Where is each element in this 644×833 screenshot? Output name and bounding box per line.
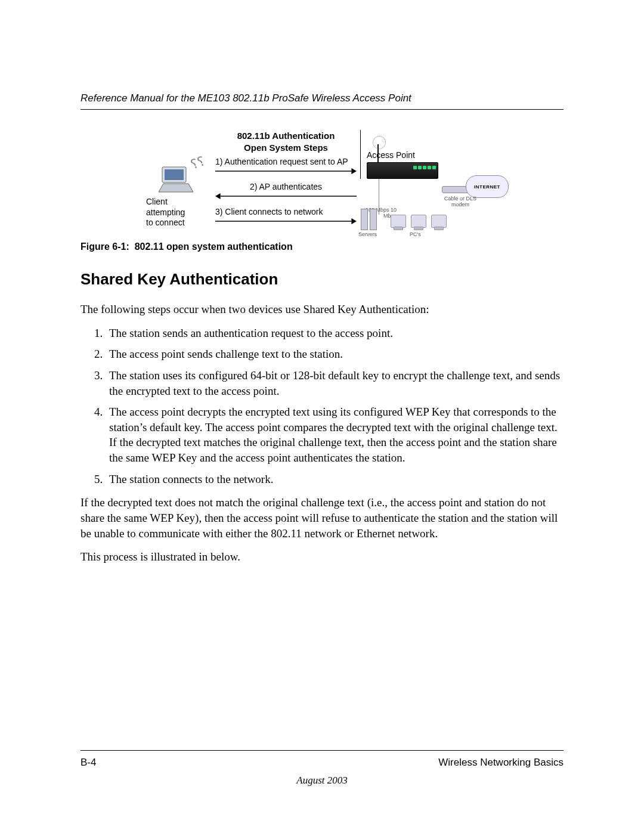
list-item: The station uses its configured 64-bit o… xyxy=(106,368,564,398)
figure-step-3: 3) Client connects to network xyxy=(215,207,357,216)
footer-rule xyxy=(80,750,564,751)
arrow-right-icon xyxy=(215,218,357,225)
list-item: The station connects to the network. xyxy=(106,472,564,487)
footer: B-4 Wireless Networking Basics xyxy=(80,757,564,769)
intro-paragraph: The following steps occur when two devic… xyxy=(80,302,564,317)
pcs-icon xyxy=(391,215,447,228)
arrow-right-icon xyxy=(215,168,357,175)
running-header: Reference Manual for the ME103 802.11b P… xyxy=(80,92,564,110)
figure-title-line1: 802.11b Authentication xyxy=(237,131,335,141)
figure-caption: Figure 6-1: 802.11 open system authentic… xyxy=(80,241,564,252)
footer-section-name: Wireless Networking Basics xyxy=(438,757,564,769)
figure-client-column: ⸮⸮ Client attempting to connect xyxy=(140,130,212,228)
router-icon xyxy=(367,162,438,179)
figure-network-column: Access Point INTERNET Cable or DLS modem… xyxy=(360,130,504,179)
list-item: The access point sends challenge text to… xyxy=(106,346,564,362)
page: Reference Manual for the ME103 802.11b P… xyxy=(0,0,644,833)
body-paragraph: If the decrypted text does not match the… xyxy=(80,495,564,541)
client-caption: Client attempting to connect xyxy=(134,197,218,228)
client-label-line3: to connect xyxy=(146,218,185,227)
client-label-line2: attempting xyxy=(146,208,185,217)
servers-label: Servers xyxy=(358,231,377,237)
svg-marker-2 xyxy=(159,184,193,192)
modem-label: Cable or DLS modem xyxy=(439,196,481,208)
figure-steps-column: 802.11b Authentication Open System Steps… xyxy=(212,130,360,231)
page-number: B-4 xyxy=(80,757,96,769)
section-heading: Shared Key Authentication xyxy=(80,270,564,289)
svg-marker-4 xyxy=(351,168,357,174)
internet-cloud-icon: INTERNET xyxy=(466,175,509,198)
list-item: The access point decrypts the encrypted … xyxy=(106,404,564,466)
access-point-label: Access Point xyxy=(367,150,504,160)
figure-title-line2: Open System Steps xyxy=(244,143,328,153)
arrow-left-icon xyxy=(215,193,357,200)
figure-6-1: ⸮⸮ Client attempting to connect xyxy=(80,130,564,231)
body-paragraph: This process is illustrated in below. xyxy=(80,549,564,565)
svg-marker-6 xyxy=(215,193,221,199)
footer-date: August 2003 xyxy=(0,775,644,786)
list-item: The station sends an authentication requ… xyxy=(106,326,564,341)
client-label-line1: Client xyxy=(146,197,168,206)
svg-rect-1 xyxy=(165,169,184,180)
laptop-icon: ⸮⸮ xyxy=(157,166,194,193)
steps-list: The station sends an authentication requ… xyxy=(80,326,564,487)
figure-step-1: 1) Authentication request sent to AP xyxy=(215,157,357,166)
servers-icon xyxy=(361,209,377,230)
figure-step-2: 2) AP authenticates xyxy=(215,182,357,191)
pcs-label: PC's xyxy=(410,231,421,237)
network-diagram: INTERNET Cable or DLS modem 100 Mbps 10 … xyxy=(367,162,504,179)
